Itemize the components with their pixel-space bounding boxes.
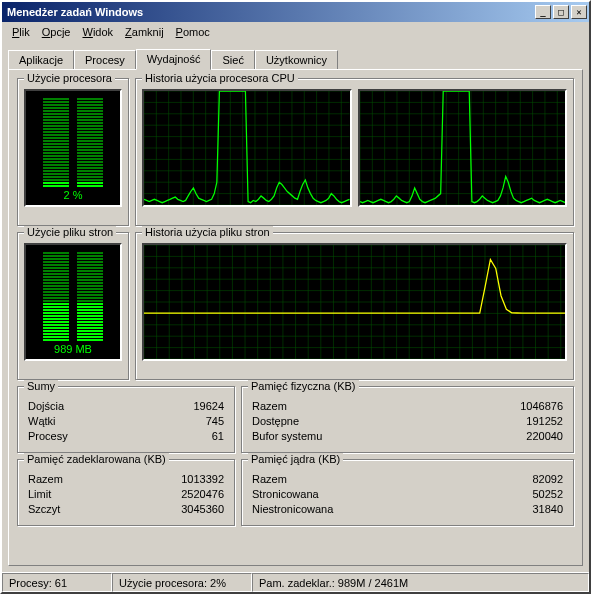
commit-total-value: 1013392 (154, 472, 224, 487)
menu-view-label: idok (93, 26, 113, 38)
commit-limit-value: 2520476 (154, 487, 224, 502)
pf-history-group: Historia użycia pliku stron (135, 232, 574, 380)
cpu-history-title: Historia użycia procesora CPU (142, 72, 298, 84)
physmem-avail-value: 191252 (493, 414, 563, 429)
threads-value: 745 (154, 414, 224, 429)
pf-usage-meter: 989 MB (24, 243, 122, 361)
commit-total-label: Razem (28, 472, 63, 487)
menu-help[interactable]: Pomoc (170, 24, 216, 40)
kernel-paged-label: Stronicowana (252, 487, 319, 502)
physmem-total-label: Razem (252, 399, 287, 414)
menubar: Plik Opcje Widok Zamknij Pomoc (2, 22, 589, 42)
cpu-usage-group: Użycie procesora 2 % (17, 78, 129, 226)
processes-value: 61 (154, 429, 224, 444)
tab-processes[interactable]: Procesy (74, 50, 136, 71)
cpu-history-graph-2 (358, 89, 568, 207)
titlebar-buttons: _ □ ✕ (535, 5, 587, 19)
kernel-total-value: 82092 (493, 472, 563, 487)
totals-title: Sumy (24, 380, 58, 392)
menu-opt-label: pcje (50, 26, 70, 38)
menu-shut-label: amknij (132, 26, 164, 38)
performance-panel: Użycie procesora 2 % Historia użycia pro… (8, 69, 583, 566)
pf-usage-title: Użycie pliku stron (24, 226, 116, 238)
physmem-total-value: 1046876 (493, 399, 563, 414)
pf-history-title: Historia użycia pliku stron (142, 226, 273, 238)
handles-label: Dojścia (28, 399, 64, 414)
titlebar[interactable]: Menedżer zadań Windows _ □ ✕ (2, 2, 589, 22)
physmem-avail-label: Dostępne (252, 414, 299, 429)
pf-usage-value: 989 MB (54, 343, 92, 355)
menu-shutdown[interactable]: Zamknij (119, 24, 170, 40)
physmem-group: Pamięć fizyczna (KB) Razem1046876 Dostęp… (241, 386, 574, 453)
commit-group: Pamięć zadeklarowana (KB) Razem1013392 L… (17, 459, 235, 526)
menu-file[interactable]: Plik (6, 24, 36, 40)
tab-performance[interactable]: Wydajność (136, 49, 212, 70)
menu-help-label: omoc (183, 26, 210, 38)
cpu-usage-value: 2 % (64, 189, 83, 201)
processes-label: Procesy (28, 429, 68, 444)
physmem-cache-label: Bufor systemu (252, 429, 322, 444)
statusbar: Procesy: 61 Użycie procesora: 2% Pam. za… (2, 572, 589, 592)
cpu-usage-title: Użycie procesora (24, 72, 115, 84)
maximize-button[interactable]: □ (553, 5, 569, 19)
threads-label: Wątki (28, 414, 56, 429)
kernel-paged-value: 50252 (493, 487, 563, 502)
menu-file-label: lik (19, 26, 29, 38)
kernel-nonpaged-label: Niestronicowana (252, 502, 333, 517)
kernel-nonpaged-value: 31840 (493, 502, 563, 517)
kernel-title: Pamięć jądra (KB) (248, 453, 343, 465)
status-commit: Pam. zadeklar.: 989M / 2461M (252, 573, 589, 592)
kernel-group: Pamięć jądra (KB) Razem82092 Stronicowan… (241, 459, 574, 526)
tab-strip: Aplikacje Procesy Wydajność Sieć Użytkow… (8, 48, 583, 69)
tab-users[interactable]: Użytkownicy (255, 50, 338, 71)
commit-limit-label: Limit (28, 487, 51, 502)
status-cpu: Użycie procesora: 2% (112, 573, 252, 592)
window-title: Menedżer zadań Windows (4, 6, 535, 18)
task-manager-window: Menedżer zadań Windows _ □ ✕ Plik Opcje … (0, 0, 591, 594)
commit-peak-value: 3045360 (154, 502, 224, 517)
menu-options[interactable]: Opcje (36, 24, 77, 40)
physmem-title: Pamięć fizyczna (KB) (248, 380, 359, 392)
handles-value: 19624 (154, 399, 224, 414)
status-processes: Procesy: 61 (2, 573, 112, 592)
kernel-total-label: Razem (252, 472, 287, 487)
close-button[interactable]: ✕ (571, 5, 587, 19)
commit-title: Pamięć zadeklarowana (KB) (24, 453, 169, 465)
cpu-usage-meter: 2 % (24, 89, 122, 207)
physmem-cache-value: 220040 (493, 429, 563, 444)
pf-history-graph (142, 243, 567, 361)
minimize-button[interactable]: _ (535, 5, 551, 19)
menu-view[interactable]: Widok (76, 24, 119, 40)
cpu-history-graph-1 (142, 89, 352, 207)
cpu-history-group: Historia użycia procesora CPU (135, 78, 574, 226)
tab-networking[interactable]: Sieć (211, 50, 254, 71)
pf-usage-group: Użycie pliku stron 989 MB (17, 232, 129, 380)
totals-group: Sumy Dojścia19624 Wątki745 Procesy61 (17, 386, 235, 453)
tab-applications[interactable]: Aplikacje (8, 50, 74, 71)
commit-peak-label: Szczyt (28, 502, 60, 517)
content-area: Aplikacje Procesy Wydajność Sieć Użytkow… (2, 42, 589, 572)
